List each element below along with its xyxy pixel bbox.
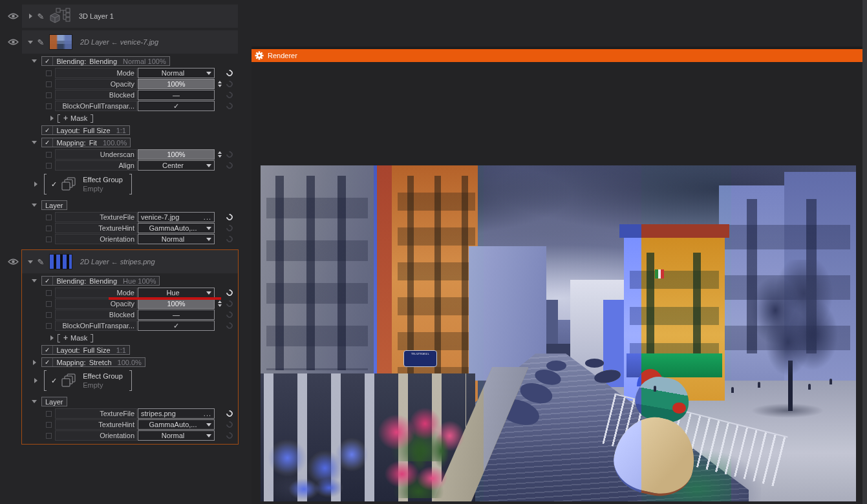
enabled-check[interactable]: ✓ [42, 346, 53, 354]
orientation-checkbox[interactable] [46, 236, 52, 242]
right-panel-edge[interactable] [862, 0, 867, 504]
texture-hint-checkbox[interactable] [46, 226, 52, 231]
enabled-check[interactable]: ✓ [42, 277, 53, 285]
layout-header-box[interactable]: ✓ Layout: Full Size 1:1 [41, 125, 130, 135]
reset-icon[interactable] [225, 420, 234, 429]
block-on-full-field[interactable]: ✓ [138, 320, 215, 331]
reset-icon[interactable] [225, 310, 234, 319]
blocked-checkbox[interactable] [46, 312, 52, 318]
orientation-dropdown[interactable]: Normal [138, 234, 215, 244]
value-stepper[interactable] [216, 300, 223, 307]
mapping-header-box[interactable]: ✓ Mapping: Fit 100.0% [41, 138, 131, 147]
orientation-dropdown[interactable]: Normal [138, 430, 215, 441]
reset-icon[interactable] [225, 101, 234, 110]
enabled-check[interactable]: ✓ [42, 126, 53, 134]
collapse-icon[interactable] [32, 204, 37, 207]
expand-icon[interactable] [50, 116, 54, 121]
reset-icon[interactable] [225, 161, 234, 170]
expand-icon[interactable] [34, 378, 37, 383]
enabled-check[interactable]: ✓ [51, 377, 57, 385]
enabled-check[interactable]: ✓ [51, 180, 57, 189]
blocked-field[interactable]: — [138, 90, 215, 100]
effect-group-row[interactable]: ✓ Effect Group Empty [31, 173, 238, 196]
reset-icon[interactable] [225, 235, 234, 244]
edit-pencil-icon[interactable]: ✎ [35, 12, 47, 21]
edit-pencil-icon[interactable]: ✎ [35, 37, 47, 47]
enabled-check[interactable]: ✓ [42, 57, 53, 65]
align-dropdown[interactable]: Center [138, 160, 215, 171]
expand-icon[interactable] [50, 335, 54, 341]
visibility-eye-icon[interactable] [8, 38, 19, 46]
expand-icon[interactable] [34, 182, 37, 187]
layout-header-box[interactable]: ✓ Layout: Full Size 1:1 [41, 345, 130, 355]
align-checkbox[interactable] [46, 163, 52, 169]
texture-hint-checkbox[interactable] [46, 422, 52, 428]
opacity-field[interactable]: 100% [138, 299, 215, 309]
reset-icon[interactable] [225, 299, 234, 308]
reset-icon[interactable] [225, 213, 234, 222]
blending-header-box[interactable]: ✓ Blending: Blending Normal 100% [41, 56, 170, 66]
visibility-eye-icon[interactable] [8, 258, 19, 266]
collapse-icon[interactable] [32, 59, 37, 63]
layer-row-stripes[interactable]: ✎ 2D Layer ← stripes.png [22, 250, 238, 273]
texture-file-field[interactable]: venice-7.jpg... [138, 212, 215, 222]
browse-button[interactable]: ... [204, 213, 211, 221]
expand-icon[interactable] [33, 360, 36, 365]
enabled-check[interactable]: ✓ [42, 138, 53, 147]
texture-hint-dropdown[interactable]: GammaAuto,... [138, 223, 215, 233]
blocked-checkbox[interactable] [46, 92, 52, 98]
block-on-full-field[interactable]: ✓ [138, 101, 215, 111]
mapping-header-box[interactable]: ✓ Mapping: Stretch 100.0% [41, 357, 145, 367]
reset-icon[interactable] [225, 224, 234, 233]
mode-dropdown[interactable]: Hue [138, 288, 215, 298]
reset-icon[interactable] [225, 79, 234, 89]
blending-header-box[interactable]: ✓ Blending: Blending Hue 100% [41, 276, 160, 286]
opacity-checkbox[interactable] [46, 301, 52, 307]
orientation-checkbox[interactable] [46, 433, 52, 439]
reset-icon[interactable] [225, 288, 234, 297]
texture-file-checkbox[interactable] [46, 411, 52, 417]
reset-icon[interactable] [225, 90, 234, 100]
mode-checkbox[interactable] [46, 290, 52, 296]
collapse-icon[interactable] [32, 141, 37, 144]
value-stepper[interactable] [216, 151, 223, 158]
enabled-check[interactable]: ✓ [42, 358, 53, 366]
mask-row: + Mask [50, 333, 238, 342]
reset-icon[interactable] [225, 68, 234, 78]
visibility-eye-icon[interactable] [8, 12, 19, 20]
mode-dropdown[interactable]: Normal [138, 68, 215, 78]
collapse-icon[interactable] [32, 400, 37, 403]
reset-icon[interactable] [225, 321, 234, 330]
texture-hint-dropdown[interactable]: GammaAuto,... [138, 419, 215, 430]
value-stepper[interactable] [216, 81, 223, 87]
reset-icon[interactable] [225, 431, 234, 440]
texture-file-row: TextureFile venice-7.jpg... [46, 212, 238, 222]
plus-icon[interactable]: + [63, 333, 68, 342]
gear-icon[interactable] [255, 51, 264, 60]
effect-group-row[interactable]: ✓ Effect Group Empty [31, 369, 238, 392]
underscan-field[interactable]: 100% [138, 149, 215, 160]
underscan-checkbox[interactable] [46, 152, 52, 158]
blocked-field[interactable]: — [138, 310, 215, 320]
collapse-icon[interactable] [28, 41, 33, 44]
reset-icon[interactable] [225, 409, 234, 418]
layer-row-venice[interactable]: ✎ 2D Layer ← venice-7.jpg [22, 30, 238, 54]
edit-pencil-icon[interactable]: ✎ [35, 257, 47, 267]
texture-file-field[interactable]: stripes.png... [138, 408, 215, 419]
layer-header-box[interactable]: Layer [41, 397, 67, 406]
expand-icon[interactable] [29, 14, 32, 19]
renderer-panel-header[interactable]: Renderer [252, 49, 862, 62]
reset-icon[interactable] [225, 150, 234, 159]
block-on-full-checkbox[interactable] [46, 323, 52, 329]
plus-icon[interactable]: + [63, 114, 68, 123]
mode-checkbox[interactable] [46, 70, 52, 76]
browse-button[interactable]: ... [204, 410, 211, 417]
opacity-checkbox[interactable] [46, 81, 52, 87]
block-on-full-checkbox[interactable] [46, 103, 52, 109]
texture-file-checkbox[interactable] [46, 215, 52, 220]
layer-header-box[interactable]: Layer [41, 200, 67, 210]
collapse-icon[interactable] [32, 279, 37, 282]
opacity-field[interactable]: 100% [138, 79, 215, 89]
layer-row-3d[interactable]: ✎ 3D Layer 1 [22, 5, 238, 28]
collapse-icon[interactable] [28, 260, 33, 264]
